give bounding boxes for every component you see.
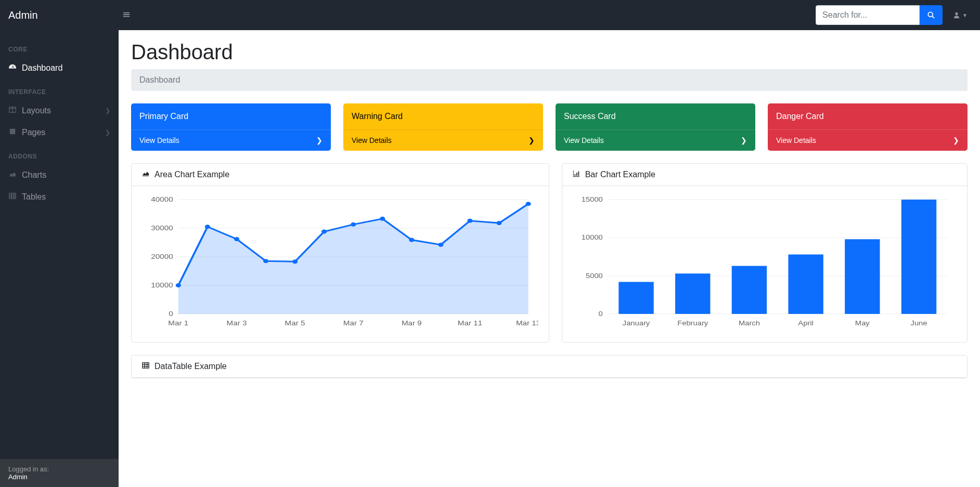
svg-text:0: 0 bbox=[169, 310, 173, 317]
chart-area-icon bbox=[142, 170, 149, 179]
card-warning: Warning Card View Details ❯ bbox=[343, 103, 543, 151]
chevron-right-icon: ❯ bbox=[953, 136, 959, 144]
svg-text:January: January bbox=[622, 320, 650, 326]
card-title: Danger Card bbox=[768, 103, 968, 129]
brand[interactable]: Admin bbox=[8, 9, 119, 21]
svg-text:10000: 10000 bbox=[581, 234, 602, 241]
svg-point-24 bbox=[263, 259, 268, 263]
svg-rect-51 bbox=[675, 273, 710, 314]
panel-title: DataTable Example bbox=[154, 362, 227, 371]
svg-text:March: March bbox=[739, 320, 760, 326]
svg-text:Mar 1: Mar 1 bbox=[168, 320, 188, 326]
card-title: Success Card bbox=[556, 103, 755, 129]
svg-point-31 bbox=[467, 219, 472, 223]
svg-text:20000: 20000 bbox=[151, 253, 173, 260]
search-input[interactable] bbox=[816, 5, 920, 25]
area-chart: 010000200003000040000Mar 1Mar 3Mar 5Mar … bbox=[142, 194, 538, 330]
svg-text:5000: 5000 bbox=[586, 272, 603, 279]
panel-bar-chart: Bar Chart Example 050001000015000January… bbox=[562, 163, 968, 343]
chevron-right-icon: ❯ bbox=[528, 136, 535, 144]
sidebar-footer: Logged in as: Admin bbox=[0, 459, 119, 487]
svg-point-26 bbox=[321, 230, 327, 234]
svg-text:40000: 40000 bbox=[151, 196, 173, 203]
card-warning-link[interactable]: View Details ❯ bbox=[343, 129, 543, 151]
topbar: Admin ▼ bbox=[0, 0, 980, 30]
chevron-right-icon: ❯ bbox=[105, 129, 110, 136]
svg-point-22 bbox=[205, 225, 210, 229]
svg-point-27 bbox=[351, 222, 356, 227]
svg-rect-55 bbox=[788, 255, 823, 314]
card-primary-link[interactable]: View Details ❯ bbox=[131, 129, 331, 151]
panel-datatable: DataTable Example bbox=[131, 355, 968, 378]
sidebar-heading-core: CORE bbox=[0, 36, 119, 57]
card-success: Success Card View Details ❯ bbox=[556, 103, 755, 151]
search-button[interactable] bbox=[920, 5, 943, 25]
svg-point-32 bbox=[496, 221, 501, 225]
svg-text:February: February bbox=[677, 320, 708, 326]
bar-chart: 050001000015000JanuaryFebruaryMarchApril… bbox=[573, 194, 957, 330]
svg-text:15000: 15000 bbox=[581, 196, 602, 203]
svg-point-30 bbox=[438, 243, 443, 247]
svg-point-29 bbox=[409, 238, 414, 242]
card-link-text: View Details bbox=[352, 136, 392, 144]
sidebar-item-label: Layouts bbox=[22, 106, 51, 115]
search-group bbox=[816, 5, 943, 25]
svg-point-0 bbox=[928, 12, 933, 17]
card-title: Primary Card bbox=[131, 103, 331, 129]
sidebar: CORE Dashboard INTERFACE Layouts ❯ Page bbox=[0, 30, 119, 487]
sidebar-heading-interface: INTERFACE bbox=[0, 79, 119, 100]
svg-text:June: June bbox=[910, 320, 927, 326]
svg-point-2 bbox=[955, 12, 958, 15]
svg-rect-57 bbox=[845, 239, 880, 314]
card-danger: Danger Card View Details ❯ bbox=[768, 103, 968, 151]
svg-text:Mar 5: Mar 5 bbox=[285, 320, 305, 326]
sidebar-item-label: Charts bbox=[22, 170, 46, 180]
chevron-right-icon: ❯ bbox=[316, 136, 323, 144]
columns-icon bbox=[8, 106, 17, 115]
sidebar-item-tables[interactable]: Tables bbox=[0, 186, 119, 208]
card-link-text: View Details bbox=[139, 136, 179, 144]
sidebar-item-pages[interactable]: Pages ❯ bbox=[0, 122, 119, 143]
card-danger-link[interactable]: View Details ❯ bbox=[768, 129, 968, 151]
chevron-right-icon: ❯ bbox=[105, 107, 110, 114]
sidebar-item-label: Pages bbox=[22, 128, 45, 137]
svg-point-23 bbox=[234, 237, 239, 241]
tachometer-icon bbox=[8, 63, 17, 73]
sidebar-heading-addons: ADDONS bbox=[0, 143, 119, 164]
svg-rect-61 bbox=[143, 363, 149, 368]
panel-title: Area Chart Example bbox=[154, 170, 229, 179]
sidebar-toggle[interactable] bbox=[119, 6, 134, 25]
sidebar-item-label: Dashboard bbox=[22, 63, 62, 73]
main-content: Dashboard Dashboard Primary Card View De… bbox=[119, 30, 980, 487]
svg-rect-49 bbox=[618, 282, 653, 314]
charts-row: Area Chart Example 010000200003000040000… bbox=[131, 163, 968, 343]
card-primary: Primary Card View Details ❯ bbox=[131, 103, 331, 151]
svg-rect-59 bbox=[901, 200, 936, 314]
sidebar-item-charts[interactable]: Charts bbox=[0, 164, 119, 186]
svg-text:Mar 11: Mar 11 bbox=[458, 320, 482, 326]
svg-text:May: May bbox=[855, 320, 870, 326]
card-title: Warning Card bbox=[343, 103, 543, 129]
svg-point-28 bbox=[380, 217, 385, 221]
card-link-text: View Details bbox=[776, 136, 816, 144]
chart-bar-icon bbox=[573, 170, 580, 179]
svg-text:Mar 3: Mar 3 bbox=[226, 320, 247, 326]
svg-point-21 bbox=[176, 283, 181, 287]
table-icon bbox=[8, 192, 17, 202]
svg-text:Mar 9: Mar 9 bbox=[402, 320, 422, 326]
card-link-text: View Details bbox=[564, 136, 604, 144]
caret-down-icon: ▼ bbox=[962, 12, 968, 18]
svg-text:April: April bbox=[798, 320, 814, 326]
svg-text:Mar 13: Mar 13 bbox=[516, 320, 538, 326]
stat-cards-row: Primary Card View Details ❯ Warning Card… bbox=[131, 103, 968, 151]
svg-text:30000: 30000 bbox=[151, 225, 173, 231]
card-success-link[interactable]: View Details ❯ bbox=[556, 129, 755, 151]
svg-point-25 bbox=[292, 259, 298, 264]
svg-text:10000: 10000 bbox=[151, 282, 173, 288]
user-dropdown[interactable]: ▼ bbox=[949, 7, 972, 23]
sidebar-item-layouts[interactable]: Layouts ❯ bbox=[0, 100, 119, 122]
svg-text:Mar 7: Mar 7 bbox=[343, 320, 364, 326]
svg-rect-53 bbox=[731, 266, 766, 314]
sidebar-item-dashboard[interactable]: Dashboard bbox=[0, 57, 119, 79]
page-title: Dashboard bbox=[131, 41, 968, 64]
